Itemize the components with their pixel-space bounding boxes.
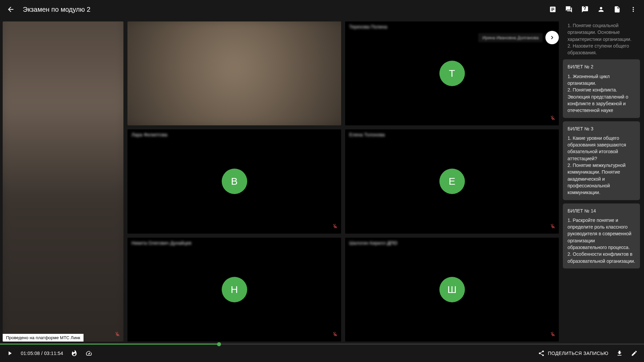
- more-button[interactable]: [629, 5, 637, 13]
- header: Экзамен по модулю 2: [0, 0, 644, 19]
- avatar: Е: [439, 169, 465, 194]
- person-icon: [597, 6, 605, 13]
- mic-off-icon: [550, 331, 555, 338]
- participant-tile[interactable]: [127, 21, 341, 125]
- notes-icon: [549, 6, 556, 13]
- chat-message-body: 1. Жизненный цикл организации. 2. Поняти…: [568, 73, 635, 114]
- active-speaker-name: Ирина Ивановна Долганова: [478, 33, 543, 42]
- document-icon: [613, 6, 621, 13]
- share-icon: [538, 350, 545, 357]
- chat-message-body: 1. Раскройте понятие и определите роль к…: [568, 217, 635, 264]
- player-controls: 01:05:08 / 03:11:54 ПОДЕЛИТЬСЯ ЗАПИСЬЮ: [0, 345, 644, 362]
- next-speaker-button[interactable]: [545, 31, 559, 44]
- edit-button[interactable]: [631, 350, 638, 357]
- progress-bar[interactable]: [0, 344, 644, 345]
- mic-off-icon: [115, 331, 120, 338]
- playback-time: 01:05:08 / 03:11:54: [21, 351, 63, 356]
- more-vert-icon: [630, 6, 637, 13]
- participant-tile[interactable]: Шалогин Кирилл ДПОШ: [345, 238, 559, 342]
- participant-tile[interactable]: Лара ФелиптоваВ: [127, 129, 341, 233]
- mic-off-icon: [332, 331, 338, 338]
- chat-message-body: 1. Какие уровни общего образования завер…: [568, 135, 635, 196]
- highlight-button[interactable]: [70, 350, 78, 357]
- chevron-right-icon: [549, 34, 555, 41]
- chat-icon: [565, 6, 573, 13]
- mic-off-icon: [550, 224, 555, 230]
- download-icon: [616, 350, 623, 357]
- avatar: Т: [439, 61, 465, 86]
- mic-off-icon: [332, 224, 338, 230]
- platform-watermark: Проведено на платформе МТС Линк: [3, 334, 84, 342]
- chat-message-body: 1. Понятие социальной организации. Основ…: [568, 22, 635, 56]
- arrow-left-icon: [7, 5, 15, 13]
- page-title: Экзамен по модулю 2: [23, 6, 91, 13]
- participant-tile[interactable]: Елена ТолоноваЕ: [345, 129, 559, 233]
- profile-button[interactable]: [597, 5, 605, 13]
- download-button[interactable]: [616, 350, 623, 357]
- participant-name: Шалогин Кирилл ДПО: [349, 240, 397, 246]
- avatar: Ш: [439, 277, 465, 302]
- participant-name: Терехова Полина: [349, 24, 387, 29]
- avatar: Н: [222, 277, 247, 302]
- chat-panel: 1. Понятие социальной организации. Основ…: [563, 21, 640, 342]
- avatar: В: [222, 169, 247, 194]
- share-label: ПОДЕЛИТЬСЯ ЗАПИСЬЮ: [548, 351, 608, 356]
- back-button[interactable]: [7, 5, 15, 13]
- mic-off-icon: [550, 115, 555, 122]
- participant-name: Лара Фелиптова: [131, 132, 167, 137]
- video-area: Ирина Ивановна Долганова Проведено на пл…: [3, 21, 559, 342]
- header-icons: [549, 5, 637, 13]
- help-icon: [581, 6, 589, 13]
- notes-button[interactable]: [549, 5, 557, 13]
- help-button[interactable]: [581, 5, 589, 13]
- speed-icon: [86, 350, 92, 357]
- active-speaker-overlay: Ирина Ивановна Долганова: [478, 31, 559, 44]
- chat-message: 1. Понятие социальной организации. Основ…: [563, 22, 640, 56]
- fire-icon: [71, 350, 77, 357]
- participant-name: Никита Олегович Дунайцев: [131, 240, 192, 246]
- document-button[interactable]: [613, 5, 621, 13]
- participant-grid: Терехова ПолинаТЛара ФелиптоваВЕлена Тол…: [127, 21, 559, 342]
- chat-message: БИЛЕТ № 21. Жизненный цикл организации. …: [563, 59, 640, 118]
- participant-name: Елена Толонова: [349, 132, 385, 137]
- chat-message-head: БИЛЕТ № 3: [568, 125, 635, 132]
- share-button[interactable]: ПОДЕЛИТЬСЯ ЗАПИСЬЮ: [538, 350, 608, 357]
- speed-button[interactable]: [85, 350, 93, 357]
- main-video-tile[interactable]: Проведено на платформе МТС Линк: [3, 21, 123, 342]
- play-button[interactable]: [6, 350, 13, 357]
- chat-toggle-button[interactable]: [565, 5, 573, 13]
- participant-tile[interactable]: Никита Олегович ДунайцевН: [127, 238, 341, 342]
- chat-message-head: БИЛЕТ № 14: [568, 207, 635, 214]
- chat-message: БИЛЕТ № 31. Какие уровни общего образова…: [563, 121, 640, 200]
- chat-message: БИЛЕТ № 141. Раскройте понятие и определ…: [563, 203, 640, 268]
- chat-message-head: БИЛЕТ № 2: [568, 63, 635, 70]
- play-icon: [6, 350, 13, 357]
- edit-icon: [631, 350, 638, 357]
